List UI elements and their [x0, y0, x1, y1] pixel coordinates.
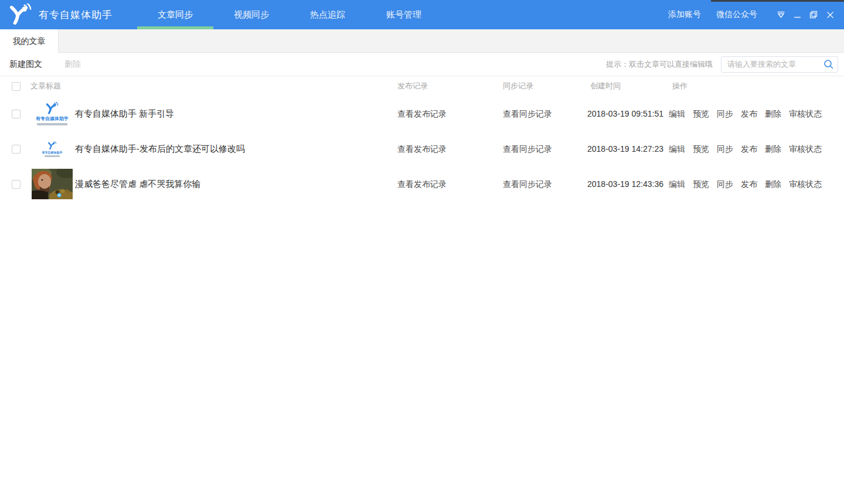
- article-title[interactable]: 漫威爸爸尽管虐 虐不哭我算你输: [75, 166, 200, 202]
- table-row[interactable]: 有专自媒体助手 有专自媒体助手-发布后的文章还可以修改吗 查看发布记录 查看同步…: [0, 131, 844, 166]
- article-title[interactable]: 有专自媒体助手 新手引导: [75, 96, 174, 131]
- search-input[interactable]: [721, 56, 838, 73]
- view-publish-record-link[interactable]: 查看发布记录: [397, 131, 447, 166]
- app-title: 有专自媒体助手: [39, 8, 113, 22]
- nav-article-sync[interactable]: 文章同步: [137, 0, 213, 29]
- main-nav: 文章同步 视频同步 热点追踪 账号管理: [137, 0, 442, 29]
- preview-link[interactable]: 预览: [693, 131, 709, 166]
- add-account-button[interactable]: 添加账号: [668, 9, 701, 20]
- nav-hot-tracking[interactable]: 热点追踪: [290, 0, 366, 29]
- created-time: 2018-03-19 12:43:36: [587, 166, 663, 202]
- col-header-sync: 同步记录: [503, 76, 533, 96]
- created-time: 2018-03-19 14:27:23: [587, 131, 663, 166]
- row-actions: 编辑 预览 同步 发布 删除 审核状态: [669, 166, 822, 202]
- delete-link[interactable]: 删除: [765, 166, 781, 202]
- col-header-publish: 发布记录: [397, 76, 428, 96]
- table-header-row: 文章标题 发布记录 同步记录 创建时间 操作: [0, 76, 844, 96]
- minimize-button[interactable]: [789, 6, 805, 23]
- preview-link[interactable]: 预览: [693, 96, 709, 131]
- audit-status-link[interactable]: 审核状态: [789, 166, 822, 202]
- delete-link[interactable]: 删除: [765, 96, 781, 131]
- view-sync-record-link[interactable]: 查看同步记录: [503, 131, 552, 166]
- header-right: 添加账号 微信公众号: [668, 0, 844, 29]
- delete-button[interactable]: 删除: [64, 59, 81, 70]
- thumb-logo-text: 有专自媒体助手: [36, 115, 69, 122]
- row-checkbox[interactable]: [12, 145, 21, 154]
- header: 有专自媒体助手 文章同步 视频同步 热点追踪 账号管理 添加账号 微信公众号: [0, 0, 844, 29]
- article-title[interactable]: 有专自媒体助手-发布后的文章还可以修改吗: [75, 131, 245, 166]
- delete-link[interactable]: 删除: [765, 131, 781, 166]
- created-time: 2018-03-19 09:51:51: [587, 96, 663, 131]
- article-thumbnail-photo: [32, 169, 73, 199]
- col-header-created: 创建时间: [590, 76, 621, 96]
- row-actions: 编辑 预览 同步 发布 删除 审核状态: [669, 131, 822, 166]
- sync-link[interactable]: 同步: [717, 96, 733, 131]
- search-icon[interactable]: [823, 59, 834, 70]
- publish-link[interactable]: 发布: [741, 131, 757, 166]
- restore-button[interactable]: [805, 6, 822, 23]
- col-header-title: 文章标题: [30, 76, 61, 96]
- thumb-logo-text: 有专自媒体助手: [42, 151, 63, 154]
- nav-video-sync[interactable]: 视频同步: [213, 0, 290, 29]
- nav-account-management[interactable]: 账号管理: [366, 0, 442, 29]
- publish-link[interactable]: 发布: [741, 166, 757, 202]
- edit-link[interactable]: 编辑: [669, 166, 685, 202]
- article-thumbnail: 有专自媒体助手: [32, 98, 73, 129]
- toolbar: 新建图文 删除 提示：双击文章可以直接编辑哦: [0, 53, 844, 76]
- wechat-official-account-button[interactable]: 微信公众号: [716, 9, 757, 20]
- view-sync-record-link[interactable]: 查看同步记录: [503, 166, 552, 202]
- view-publish-record-link[interactable]: 查看发布记录: [397, 166, 447, 202]
- row-checkbox[interactable]: [12, 180, 21, 189]
- audit-status-link[interactable]: 审核状态: [789, 131, 822, 166]
- article-table: 文章标题 发布记录 同步记录 创建时间 操作 有专自媒: [0, 76, 844, 202]
- app-window: 有专自媒体助手 文章同步 视频同步 热点追踪 账号管理 添加账号 微信公众号: [0, 0, 844, 504]
- sync-link[interactable]: 同步: [717, 166, 733, 202]
- thumb-logo-tagline: [37, 123, 67, 125]
- edit-hint-text: 提示：双击文章可以直接编辑哦: [606, 59, 713, 70]
- row-checkbox[interactable]: [12, 110, 21, 118]
- col-header-actions: 操作: [672, 76, 688, 96]
- view-sync-record-link[interactable]: 查看同步记录: [503, 96, 552, 131]
- tab-strip: 我的文章: [0, 29, 844, 53]
- new-article-button[interactable]: 新建图文: [9, 59, 42, 70]
- edit-link[interactable]: 编辑: [669, 131, 685, 166]
- menu-icon[interactable]: [772, 6, 789, 23]
- preview-link[interactable]: 预览: [693, 166, 709, 202]
- tab-my-articles[interactable]: 我的文章: [0, 29, 59, 53]
- toolbar-right: 提示：双击文章可以直接编辑哦: [606, 56, 844, 73]
- search-box: [721, 56, 838, 73]
- select-all-checkbox[interactable]: [12, 82, 21, 91]
- article-thumbnail: 有专自媒体助手: [40, 134, 64, 164]
- background-window-edge: [711, 0, 844, 2]
- row-actions: 编辑 预览 同步 发布 删除 审核状态: [669, 96, 822, 131]
- table-row[interactable]: 有专自媒体助手 有专自媒体助手 新手引导 查看发布记录 查看同步记录 2018-…: [0, 96, 844, 131]
- sync-link[interactable]: 同步: [717, 131, 733, 166]
- close-button[interactable]: [822, 6, 838, 23]
- audit-status-link[interactable]: 审核状态: [789, 96, 822, 131]
- window-controls: [772, 6, 838, 23]
- edit-link[interactable]: 编辑: [669, 96, 685, 131]
- thumb-logo-tagline: [45, 155, 60, 157]
- table-row[interactable]: 漫威爸爸尽管虐 虐不哭我算你输 查看发布记录 查看同步记录 2018-03-19…: [0, 166, 844, 202]
- view-publish-record-link[interactable]: 查看发布记录: [397, 96, 447, 131]
- publish-link[interactable]: 发布: [741, 96, 757, 131]
- app-logo-icon: [7, 4, 34, 26]
